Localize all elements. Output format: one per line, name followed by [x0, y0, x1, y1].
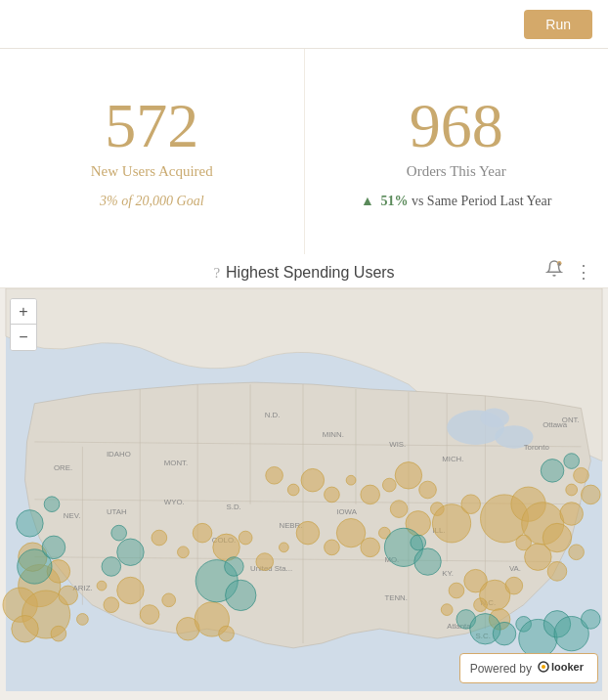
- svg-point-62: [219, 626, 235, 641]
- svg-text:Toronto: Toronto: [524, 443, 550, 452]
- svg-point-128: [581, 610, 600, 630]
- orders-label: Orders This Year: [407, 163, 506, 180]
- svg-point-68: [256, 553, 274, 571]
- svg-point-57: [140, 605, 159, 625]
- svg-point-114: [111, 525, 127, 541]
- zoom-out-button[interactable]: −: [11, 325, 36, 350]
- svg-text:looker: looker: [551, 661, 585, 673]
- svg-point-55: [104, 597, 119, 613]
- svg-text:MONT.: MONT.: [164, 459, 188, 467]
- svg-point-18: [480, 409, 508, 428]
- svg-point-92: [474, 598, 488, 612]
- svg-point-101: [301, 468, 325, 492]
- svg-point-129: [541, 459, 564, 483]
- svg-text:WIS.: WIS.: [389, 440, 406, 449]
- svg-point-91: [505, 577, 523, 594]
- new-users-label: New Users Acquired: [91, 163, 213, 180]
- svg-point-99: [266, 466, 283, 484]
- map-section: ? Highest Spending Users + ⋮ + −: [0, 254, 608, 700]
- svg-point-111: [44, 497, 60, 512]
- map-title: Highest Spending Users: [226, 264, 395, 282]
- svg-text:IDAHO: IDAHO: [107, 450, 131, 459]
- svg-point-103: [346, 475, 356, 485]
- zoom-in-button[interactable]: +: [11, 299, 36, 325]
- orders-card: 968 Orders This Year ▲ 51% vs Same Perio…: [305, 49, 609, 254]
- svg-point-116: [226, 580, 256, 610]
- svg-point-113: [117, 539, 144, 565]
- svg-point-130: [564, 454, 580, 469]
- header-bar: Run: [0, 0, 608, 49]
- svg-text:+: +: [558, 262, 560, 266]
- orders-number: 968: [410, 95, 503, 157]
- svg-point-75: [390, 501, 408, 518]
- svg-point-79: [461, 495, 481, 514]
- powered-by-badge: Powered by looker: [459, 653, 598, 683]
- trend-pct: 51%: [380, 194, 408, 208]
- orders-trend: ▲ 51% vs Same Period Last Year: [361, 194, 551, 209]
- svg-point-67: [239, 531, 252, 545]
- zoom-controls: + −: [10, 298, 37, 351]
- svg-point-95: [441, 604, 453, 616]
- svg-point-94: [449, 583, 464, 598]
- svg-point-119: [414, 548, 441, 575]
- svg-point-104: [361, 485, 380, 504]
- svg-point-107: [419, 481, 437, 499]
- svg-text:ONT.: ONT.: [562, 416, 580, 424]
- svg-point-97: [566, 484, 578, 496]
- more-button[interactable]: ⋮: [573, 258, 594, 284]
- svg-text:MICH.: MICH.: [442, 455, 463, 463]
- svg-point-54: [77, 614, 89, 626]
- svg-point-51: [59, 586, 78, 605]
- svg-point-88: [569, 545, 585, 560]
- map-container: + −: [0, 288, 608, 691]
- svg-point-98: [581, 485, 600, 504]
- svg-text:WYO.: WYO.: [164, 498, 185, 506]
- svg-text:IOWA: IOWA: [336, 507, 357, 516]
- map-svg: ORE. IDAHO MONT. N.D. MINN. WIS. MICH. O…: [0, 288, 608, 691]
- svg-point-63: [152, 530, 167, 546]
- svg-point-123: [493, 622, 516, 645]
- map-actions: + ⋮: [543, 258, 594, 284]
- svg-text:NEV.: NEV.: [64, 511, 81, 520]
- svg-text:ORE.: ORE.: [54, 463, 72, 472]
- map-header: ? Highest Spending Users + ⋮: [0, 254, 608, 288]
- svg-point-69: [279, 543, 288, 552]
- svg-point-72: [336, 518, 365, 547]
- run-button[interactable]: Run: [524, 10, 592, 39]
- metrics-row: 572 New Users Acquired 3% of 20,000 Goal…: [0, 49, 608, 254]
- svg-point-132: [542, 665, 545, 669]
- looker-logo: looker: [537, 659, 587, 678]
- svg-point-112: [102, 557, 121, 577]
- new-users-card: 572 New Users Acquired 3% of 20,000 Goal: [0, 49, 305, 254]
- svg-point-53: [51, 626, 66, 641]
- help-icon[interactable]: ?: [213, 265, 220, 282]
- trend-up-icon: ▲: [361, 194, 374, 208]
- svg-point-117: [225, 557, 244, 577]
- svg-point-70: [296, 521, 320, 545]
- new-users-number: 572: [105, 95, 198, 157]
- trend-text: vs Same Period Last Year: [412, 194, 552, 208]
- svg-point-120: [411, 535, 426, 550]
- svg-point-100: [287, 484, 299, 496]
- new-users-sublabel: 3% of 20,000 Goal: [100, 194, 204, 209]
- svg-point-59: [97, 581, 107, 591]
- svg-point-56: [117, 577, 144, 603]
- svg-point-84: [560, 503, 584, 526]
- svg-point-86: [525, 544, 551, 570]
- svg-text:VA.: VA.: [509, 564, 521, 573]
- svg-point-58: [162, 593, 176, 607]
- svg-point-96: [574, 467, 589, 483]
- svg-point-52: [12, 616, 38, 642]
- alert-button[interactable]: +: [543, 258, 565, 284]
- svg-point-105: [382, 478, 396, 492]
- svg-text:MINN.: MINN.: [323, 430, 344, 439]
- svg-text:KY.: KY.: [442, 569, 454, 578]
- svg-point-64: [178, 547, 190, 558]
- svg-point-73: [361, 538, 380, 557]
- svg-text:N.D.: N.D.: [265, 411, 281, 419]
- svg-point-109: [42, 536, 65, 559]
- powered-by-text: Powered by: [470, 662, 532, 676]
- svg-point-65: [193, 523, 212, 543]
- svg-text:TENN.: TENN.: [384, 593, 408, 602]
- svg-point-71: [325, 540, 340, 555]
